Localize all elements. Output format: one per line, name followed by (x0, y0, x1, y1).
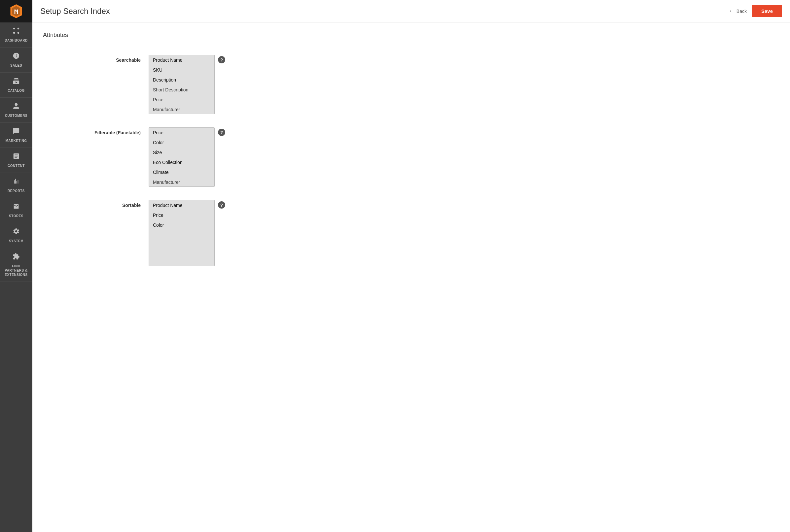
sidebar-item-dashboard[interactable]: DASHBOARD (0, 22, 32, 48)
sidebar-label-content: CONTENT (7, 164, 25, 168)
sidebar-item-extensions[interactable]: FIND PARTNERS & EXTENSIONS (0, 248, 32, 282)
sales-icon (13, 52, 20, 61)
back-button[interactable]: ← Back (729, 7, 747, 15)
sidebar-item-sales[interactable]: SALES (0, 48, 32, 73)
catalog-icon (13, 77, 20, 87)
svg-point-1 (18, 28, 19, 30)
help-icon-searchable[interactable]: ? (218, 56, 225, 63)
page-title: Setup Search Index (40, 6, 729, 16)
reports-icon (13, 177, 20, 187)
sidebar-item-system[interactable]: SYSTEM (0, 223, 32, 248)
customers-icon (13, 102, 20, 112)
label-searchable: Searchable (43, 55, 149, 63)
form-row-searchable: SearchableProduct NameSKUDescriptionShor… (43, 55, 779, 114)
extensions-icon (13, 253, 20, 262)
label-sortable: Sortable (43, 200, 149, 208)
help-icon-sortable[interactable]: ? (218, 201, 225, 209)
logo (0, 0, 32, 22)
field-filterable: PriceColorSizeEco CollectionClimateManuf… (149, 127, 225, 187)
sidebar-label-dashboard: DASHBOARD (5, 38, 28, 42)
field-searchable: Product NameSKUDescriptionShort Descript… (149, 55, 225, 114)
help-icon-filterable[interactable]: ? (218, 129, 225, 136)
sidebar-item-customers[interactable]: CUSTOMERS (0, 98, 32, 123)
sidebar-item-reports[interactable]: REPORTS (0, 173, 32, 198)
sidebar-item-stores[interactable]: STORES (0, 198, 32, 223)
form-row-filterable: Filterable (Facetable)PriceColorSizeEco … (43, 127, 779, 187)
content-icon (13, 152, 20, 162)
system-icon (13, 228, 20, 237)
listbox-filterable[interactable]: PriceColorSizeEco CollectionClimateManuf… (149, 127, 215, 187)
svg-point-2 (13, 32, 15, 34)
sidebar-label-stores: STORES (9, 214, 23, 218)
field-sortable: Product NamePriceColor? (149, 200, 225, 266)
page-header: Setup Search Index ← Back Save (32, 0, 790, 22)
sidebar-item-marketing[interactable]: MARKETING (0, 123, 32, 148)
sidebar-label-extensions: FIND PARTNERS & EXTENSIONS (2, 264, 31, 277)
svg-point-3 (18, 32, 19, 34)
save-button[interactable]: Save (752, 5, 782, 17)
sidebar-label-sales: SALES (10, 63, 22, 68)
sidebar-label-catalog: CATALOG (7, 89, 24, 93)
listbox-sortable[interactable]: Product NamePriceColor (149, 200, 215, 266)
main-area: Setup Search Index ← Back Save Attribute… (32, 0, 790, 532)
form-row-sortable: SortableProduct NamePriceColor? (43, 200, 779, 266)
attributes-section-title: Attributes (43, 32, 779, 39)
marketing-icon (13, 127, 20, 137)
sidebar-label-customers: CUSTOMERS (5, 114, 27, 118)
section-divider (43, 44, 779, 44)
main-content: Attributes SearchableProduct NameSKUDesc… (32, 22, 790, 532)
sidebar-label-marketing: MARKETING (5, 139, 27, 143)
back-label: Back (736, 8, 747, 14)
listbox-searchable[interactable]: Product NameSKUDescriptionShort Descript… (149, 55, 215, 114)
sidebar-item-catalog[interactable]: CATALOG (0, 73, 32, 98)
sidebar-label-system: SYSTEM (9, 239, 23, 243)
sidebar-label-reports: REPORTS (7, 189, 25, 193)
dashboard-icon (13, 27, 20, 36)
sidebar: DASHBOARD SALES CATALOG CUSTOMERS MARKET… (0, 0, 32, 532)
label-filterable: Filterable (Facetable) (43, 127, 149, 135)
sidebar-item-content[interactable]: CONTENT (0, 148, 32, 173)
attributes-form: SearchableProduct NameSKUDescriptionShor… (43, 55, 779, 266)
svg-point-0 (13, 28, 15, 30)
stores-icon (13, 203, 20, 212)
back-arrow-icon: ← (729, 7, 735, 15)
